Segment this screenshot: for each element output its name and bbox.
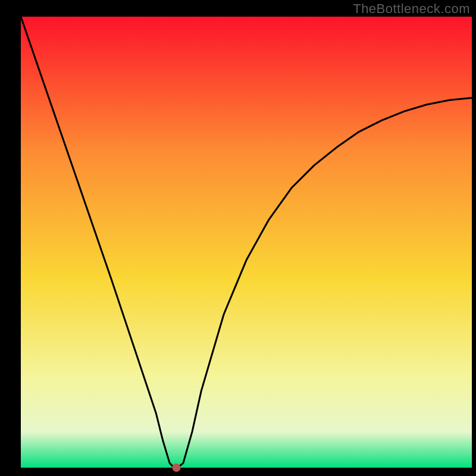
watermark-text: TheBottleneck.com	[353, 1, 470, 17]
chart-frame: TheBottleneck.com	[0, 0, 476, 476]
bottleneck-chart	[0, 0, 476, 476]
optimal-point-marker	[173, 464, 181, 472]
plot-background	[21, 17, 472, 468]
